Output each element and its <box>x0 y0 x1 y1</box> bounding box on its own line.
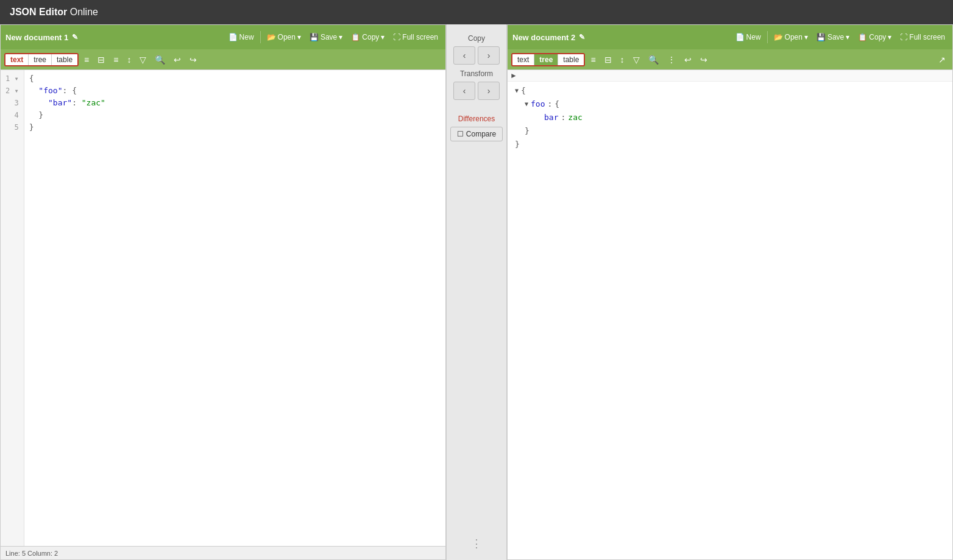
right-open-button[interactable]: 📂 Open ▾ <box>771 32 810 43</box>
new-doc-icon: 📄 <box>229 33 238 41</box>
more-options-dots[interactable]: ⋮ <box>471 537 482 550</box>
right-copy-button[interactable]: 📋 Copy ▾ <box>856 32 894 43</box>
right-save-button[interactable]: 💾 Save ▾ <box>814 32 852 43</box>
left-code-area[interactable]: { "foo": { "bar": "zac" } } <box>24 70 445 546</box>
left-panel-title: New document 1 ✎ <box>5 33 78 42</box>
left-status-text: Line: 5 Column: 2 <box>5 550 58 557</box>
right-title-edit-icon[interactable]: ✎ <box>579 33 585 41</box>
right-tree-content: ▼ { ▼ foo : { bar : zac } } <box>508 82 952 559</box>
tree-root-arrow[interactable]: ▼ <box>515 84 519 97</box>
left-panel: New document 1 ✎ 📄 New 📂 Open ▾ 💾 Save ▾… <box>0 24 446 560</box>
transform-label: Transform <box>460 69 493 78</box>
right-external-btn[interactable]: ↗ <box>935 54 949 66</box>
left-transform2-btn[interactable]: ↕ <box>124 54 134 66</box>
left-copy-button[interactable]: 📋 Copy ▾ <box>349 32 387 43</box>
right-mode-table[interactable]: table <box>558 54 584 65</box>
checkbox-icon: ☐ <box>457 130 464 138</box>
left-open-button[interactable]: 📂 Open ▾ <box>264 32 303 43</box>
compare-button[interactable]: ☐ Compare <box>450 127 503 141</box>
right-new-button[interactable]: 📄 New <box>733 32 763 43</box>
folder-icon: 📂 <box>267 33 276 41</box>
copy-right-btn[interactable]: › <box>478 46 500 65</box>
right-search-btn[interactable]: 🔍 <box>645 54 662 66</box>
tree-foo-arrow[interactable]: ▼ <box>525 97 528 111</box>
right-sort-btn[interactable]: ↕ <box>617 54 628 66</box>
right-copy-icon: 📋 <box>858 33 867 41</box>
left-mode-toolbar: text tree table ≡ ⊟ ≡ ↕ ▽ 🔍 ↩ ↪ <box>1 49 445 70</box>
left-filter-btn[interactable]: ▽ <box>136 54 149 66</box>
right-sep1 <box>767 31 768 43</box>
right-undo-btn[interactable]: ↩ <box>681 54 695 66</box>
right-panel: New document 2 ✎ 📄 New 📂 Open ▾ 💾 Save ▾… <box>507 24 953 560</box>
tree-foo-brace-open: { <box>554 97 559 111</box>
sep1 <box>260 31 261 43</box>
right-format-btn[interactable]: ≡ <box>587 54 598 66</box>
copy-label: Copy <box>468 34 485 43</box>
right-fullscreen-button[interactable]: ⛶ Full screen <box>898 32 948 43</box>
tree-foo-row: ▼ foo : { <box>522 97 948 111</box>
copy-icon: 📋 <box>351 33 360 41</box>
left-format-btn[interactable]: ≡ <box>81 54 92 66</box>
tree-foo-brace-close: } <box>525 124 530 138</box>
transform-left-btn[interactable]: ‹ <box>453 82 475 100</box>
right-folder-icon: 📂 <box>774 33 783 41</box>
left-fullscreen-button[interactable]: ⛶ Full screen <box>391 32 441 43</box>
left-search-btn[interactable]: 🔍 <box>152 54 168 66</box>
left-line-numbers: 1 ▾ 2 ▾ 3 4 5 <box>1 70 24 546</box>
left-undo-btn[interactable]: ↩ <box>171 54 184 66</box>
tree-bar-key: bar <box>544 111 558 124</box>
right-tree-expand-row: ► <box>508 70 952 82</box>
left-save-button[interactable]: 💾 Save ▾ <box>307 32 345 43</box>
tree-root-brace: { <box>521 84 526 97</box>
right-mode-tree[interactable]: tree <box>534 54 558 65</box>
tree-root-brace-close: } <box>515 138 520 151</box>
right-mode-toolbar: text tree table ≡ ⊟ ↕ ▽ 🔍 ⋮ ↩ ↪ ↗ <box>508 49 952 70</box>
left-redo-btn[interactable]: ↪ <box>186 54 200 66</box>
fullscreen-icon: ⛶ <box>393 33 400 41</box>
right-more-btn[interactable]: ⋮ <box>664 54 679 66</box>
tree-bar-val: zac <box>568 111 582 124</box>
left-new-button[interactable]: 📄 New <box>226 32 257 43</box>
right-mode-text[interactable]: text <box>512 54 534 65</box>
left-panel-toolbar: New document 1 ✎ 📄 New 📂 Open ▾ 💾 Save ▾… <box>1 25 445 49</box>
left-status-bar: Line: 5 Column: 2 <box>1 546 445 559</box>
left-mode-text[interactable]: text <box>5 54 28 65</box>
right-save-icon: 💾 <box>817 33 826 41</box>
left-mode-tree[interactable]: tree <box>28 54 51 65</box>
right-filter-btn[interactable]: ▽ <box>630 54 643 66</box>
right-compact-btn[interactable]: ⊟ <box>601 54 615 66</box>
copy-left-btn[interactable]: ‹ <box>453 46 475 65</box>
tree-bar-row: bar : zac <box>542 111 948 124</box>
tree-foo-close-row: } <box>522 124 948 138</box>
left-sort-btn[interactable]: ≡ <box>110 54 121 66</box>
tree-foo-colon: : <box>548 97 553 111</box>
right-mode-switch: text tree table <box>511 53 585 66</box>
left-compact-btn[interactable]: ⊟ <box>94 54 108 66</box>
app-title: JSON Editor Online <box>10 7 98 18</box>
right-fullscreen-icon: ⛶ <box>900 33 907 41</box>
tree-foo-key: foo <box>531 97 545 111</box>
left-editor[interactable]: 1 ▾ 2 ▾ 3 4 5 { "foo": { "bar": "zac" } … <box>1 70 445 546</box>
right-redo-btn[interactable]: ↪ <box>697 54 710 66</box>
differences-label: Differences <box>458 115 495 123</box>
app-header: JSON Editor Online <box>0 0 953 24</box>
transform-right-btn[interactable]: › <box>478 82 500 100</box>
save-icon: 💾 <box>310 33 319 41</box>
transform-arrows: ‹ › <box>453 82 500 100</box>
right-panel-title: New document 2 ✎ <box>512 33 585 42</box>
right-expand-icon[interactable]: ► <box>510 71 517 80</box>
right-panel-toolbar: New document 2 ✎ 📄 New 📂 Open ▾ 💾 Save ▾… <box>508 25 952 49</box>
copy-arrows: ‹ › <box>453 46 500 65</box>
left-mode-switch: text tree table <box>4 53 79 66</box>
left-title-edit-icon[interactable]: ✎ <box>72 33 78 41</box>
tree-root-row: ▼ { <box>512 84 948 97</box>
middle-panel: Copy ‹ › Transform ‹ › Differences ☐ Com… <box>446 24 507 560</box>
main-layout: New document 1 ✎ 📄 New 📂 Open ▾ 💾 Save ▾… <box>0 24 953 560</box>
right-new-doc-icon: 📄 <box>735 33 745 41</box>
left-mode-table[interactable]: table <box>51 54 77 65</box>
tree-bar-colon: : <box>561 111 565 124</box>
tree-root-close-row: } <box>512 138 948 151</box>
